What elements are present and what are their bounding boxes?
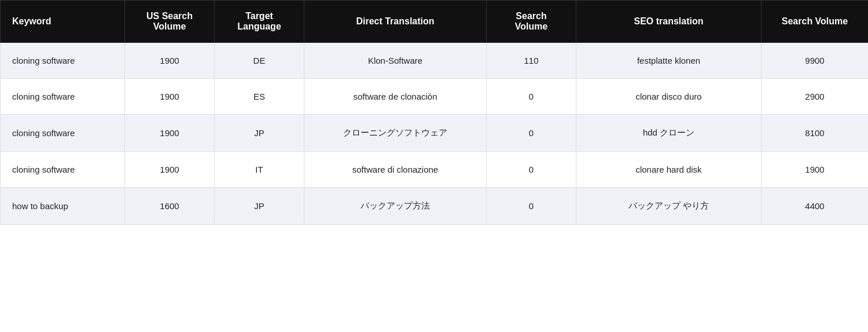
- header-us-search-volume: US Search Volume: [125, 1, 215, 43]
- header-search-volume-2: Search Volume: [762, 1, 869, 43]
- cell-keyword: cloning software: [1, 79, 125, 115]
- cell-seo-search-volume: 2900: [762, 79, 869, 115]
- cell-search-volume: 0: [487, 188, 576, 225]
- cell-target-language: JP: [215, 115, 304, 152]
- cell-keyword: how to backup: [1, 188, 125, 225]
- table-header-row: Keyword US Search Volume Target Language…: [1, 1, 869, 43]
- cell-seo-translation: hdd クローン: [576, 115, 762, 152]
- cell-seo-search-volume: 4400: [762, 188, 869, 225]
- header-direct-translation: Direct Translation: [304, 1, 487, 43]
- cell-us-search-volume: 1900: [125, 43, 215, 79]
- cell-keyword: cloning software: [1, 115, 125, 152]
- cell-search-volume: 0: [487, 79, 576, 115]
- cell-seo-search-volume: 1900: [762, 152, 869, 188]
- cell-direct-translation: software di clonazione: [304, 152, 487, 188]
- cell-keyword: cloning software: [1, 43, 125, 79]
- cell-direct-translation: software de clonación: [304, 79, 487, 115]
- cell-direct-translation: クローニングソフトウェア: [304, 115, 487, 152]
- seo-translation-table: Keyword US Search Volume Target Language…: [0, 0, 868, 225]
- table-row: cloning software1900ITsoftware di clonaz…: [1, 152, 869, 188]
- cell-us-search-volume: 1900: [125, 79, 215, 115]
- header-target-language: Target Language: [215, 1, 304, 43]
- cell-seo-translation: clonare hard disk: [576, 152, 762, 188]
- cell-us-search-volume: 1900: [125, 115, 215, 152]
- header-seo-translation: SEO translation: [576, 1, 762, 43]
- cell-direct-translation: バックアップ方法: [304, 188, 487, 225]
- cell-seo-translation: clonar disco duro: [576, 79, 762, 115]
- cell-target-language: ES: [215, 79, 304, 115]
- cell-seo-translation: festplatte klonen: [576, 43, 762, 79]
- header-keyword: Keyword: [1, 1, 125, 43]
- cell-direct-translation: Klon-Software: [304, 43, 487, 79]
- cell-target-language: IT: [215, 152, 304, 188]
- table-row: how to backup1600JPバックアップ方法0バックアップ やり方44…: [1, 188, 869, 225]
- cell-seo-translation: バックアップ やり方: [576, 188, 762, 225]
- cell-us-search-volume: 1600: [125, 188, 215, 225]
- cell-target-language: DE: [215, 43, 304, 79]
- cell-target-language: JP: [215, 188, 304, 225]
- table-row: cloning software1900JPクローニングソフトウェア0hdd ク…: [1, 115, 869, 152]
- table-row: cloning software1900ESsoftware de clonac…: [1, 79, 869, 115]
- cell-search-volume: 110: [487, 43, 576, 79]
- cell-us-search-volume: 1900: [125, 152, 215, 188]
- cell-seo-search-volume: 8100: [762, 115, 869, 152]
- table-row: cloning software1900DEKlon-Software110fe…: [1, 43, 869, 79]
- cell-search-volume: 0: [487, 152, 576, 188]
- cell-keyword: cloning software: [1, 152, 125, 188]
- cell-search-volume: 0: [487, 115, 576, 152]
- cell-seo-search-volume: 9900: [762, 43, 869, 79]
- header-search-volume-1: Search Volume: [487, 1, 576, 43]
